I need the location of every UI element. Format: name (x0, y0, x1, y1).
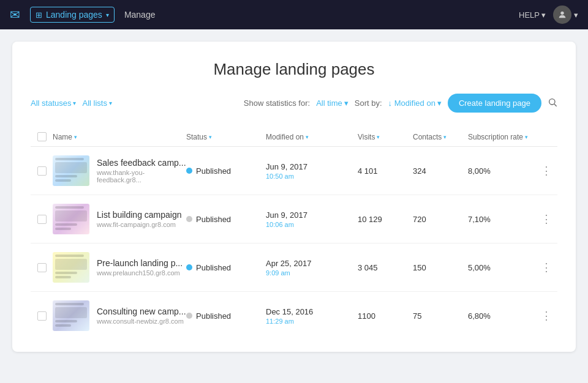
show-stats-label: Show statistics for: (244, 99, 310, 108)
topnav-right: HELP ▾ ▾ (519, 6, 578, 24)
thumbnail-1 (53, 204, 89, 234)
help-menu[interactable]: HELP ▾ (519, 10, 546, 20)
all-time-filter[interactable]: All time ▾ (316, 99, 349, 108)
table-body: Sales feedback camp... www.thank-you-fee… (31, 147, 557, 340)
avatar (553, 6, 571, 24)
name-cell-3: Consulting new camp... www.consult-newbi… (53, 300, 186, 331)
sort-by-filter[interactable]: ↓ Modified on ▾ (388, 99, 442, 108)
contacts-cell-3: 75 (413, 311, 468, 321)
subscription-rate-cell-3: 6,80% (468, 311, 535, 321)
user-menu[interactable]: ▾ (553, 6, 578, 24)
row-actions-button-0[interactable]: ⋮ (535, 164, 557, 177)
svg-point-0 (560, 12, 564, 15)
landing-pages-chevron-icon: ▾ (106, 12, 109, 18)
campaign-name-1: List building campaign (97, 210, 182, 220)
help-chevron-icon: ▾ (541, 10, 546, 20)
campaign-name-3: Consulting new camp... (97, 307, 186, 316)
status-dot-1 (186, 216, 192, 222)
subscription-rate-cell-1: 7,10% (468, 215, 535, 224)
status-sort-icon: ▾ (209, 134, 212, 140)
page-title: Manage landing pages (31, 60, 557, 79)
row-actions-button-3[interactable]: ⋮ (535, 309, 557, 322)
row-actions-button-1[interactable]: ⋮ (535, 212, 557, 226)
contacts-column-header[interactable]: Contacts ▾ (413, 133, 468, 141)
status-cell-3: Published (186, 311, 266, 321)
sort-by-label: Sort by: (355, 99, 382, 108)
thumbnail-0 (53, 155, 89, 186)
status-dot-2 (186, 264, 192, 270)
landing-pages-icon: ⊞ (36, 10, 42, 20)
name-cell-2: Pre-launch landing p... www.prelaunch150… (53, 252, 186, 283)
mail-icon: ✉ (10, 7, 20, 22)
manage-label: Manage (124, 10, 156, 20)
status-cell-0: Published (186, 166, 266, 176)
status-cell-1: Published (186, 215, 266, 224)
modified-on-column-header[interactable]: Modified on ▾ (266, 133, 358, 141)
user-chevron-icon: ▾ (574, 10, 578, 20)
campaign-url-3: www.consult-newbiz.gr8.com (97, 318, 186, 325)
status-label-2: Published (196, 263, 231, 272)
all-statuses-chevron-icon: ▾ (73, 100, 76, 106)
sort-by-chevron-icon: ▾ (437, 99, 442, 108)
table-row: Consulting new camp... www.consult-newbi… (31, 292, 557, 340)
landing-pages-nav-item[interactable]: ⊞ Landing pages ▾ (30, 7, 115, 23)
all-lists-filter[interactable]: All lists ▾ (82, 99, 111, 108)
campaign-name-0: Sales feedback camp... (97, 158, 186, 168)
row-checkbox-3[interactable] (37, 311, 47, 321)
all-statuses-filter[interactable]: All statuses ▾ (31, 99, 76, 108)
status-label-1: Published (196, 215, 231, 224)
subscription-rate-cell-0: 8,00% (468, 166, 535, 176)
date-cell-2: Apr 25, 2017 9:09 am (266, 259, 358, 277)
campaign-url-1: www.fit-campaign.gr8.com (97, 221, 182, 228)
name-sort-icon: ▾ (74, 134, 77, 140)
all-lists-chevron-icon: ▾ (109, 100, 112, 106)
table-row: List building campaign www.fit-campaign.… (31, 195, 557, 244)
row-checkbox-1[interactable] (37, 215, 47, 224)
name-cell-1: List building campaign www.fit-campaign.… (53, 204, 186, 234)
status-dot-3 (186, 313, 192, 319)
search-button[interactable] (548, 97, 557, 110)
filter-bar: All statuses ▾ All lists ▾ Show statisti… (31, 94, 557, 113)
status-cell-2: Published (186, 263, 266, 272)
status-label-3: Published (196, 311, 231, 321)
status-dot-0 (186, 168, 192, 174)
svg-point-1 (549, 99, 555, 104)
contacts-cell-0: 324 (413, 166, 468, 176)
name-cell-0: Sales feedback camp... www.thank-you-fee… (53, 155, 186, 186)
subscription-rate-column-header[interactable]: Subscription rate ▾ (468, 133, 535, 141)
table-row: Sales feedback camp... www.thank-you-fee… (31, 147, 557, 195)
modified-sort-icon: ▾ (306, 134, 309, 140)
campaign-url-2: www.prelaunch150.gr8.com (97, 269, 183, 277)
row-checkbox-0[interactable] (37, 166, 47, 176)
status-column-header[interactable]: Status ▾ (186, 133, 266, 141)
visits-cell-1: 10 129 (358, 215, 413, 224)
contacts-cell-2: 150 (413, 263, 468, 272)
row-checkbox-2[interactable] (37, 263, 47, 272)
status-label-0: Published (196, 166, 231, 176)
visits-cell-2: 3 045 (358, 263, 413, 272)
contacts-cell-1: 720 (413, 215, 468, 224)
date-cell-1: Jun 9, 2017 10:06 am (266, 210, 358, 228)
top-navigation: ✉ ⊞ Landing pages ▾ Manage HELP ▾ ▾ (0, 0, 588, 29)
campaign-name-2: Pre-launch landing p... (97, 258, 183, 268)
visits-sort-icon: ▾ (377, 134, 380, 140)
date-cell-3: Dec 15, 2016 11:29 am (266, 307, 358, 325)
campaign-url-0: www.thank-you-feedback.gr8... (97, 169, 186, 184)
table-row: Pre-launch landing p... www.prelaunch150… (31, 244, 557, 292)
select-all-checkbox[interactable] (37, 132, 47, 141)
landing-pages-table: Name ▾ Status ▾ Modified on ▾ Visits ▾ C… (31, 127, 557, 340)
date-cell-0: Jun 9, 2017 10:50 am (266, 162, 358, 180)
visits-column-header[interactable]: Visits ▾ (358, 133, 413, 141)
table-header: Name ▾ Status ▾ Modified on ▾ Visits ▾ C… (31, 127, 557, 147)
row-actions-button-2[interactable]: ⋮ (535, 261, 557, 274)
subscription-rate-cell-2: 5,00% (468, 263, 535, 272)
contacts-sort-icon: ▾ (443, 134, 447, 140)
visits-cell-0: 4 101 (358, 166, 413, 176)
subscription-sort-icon: ▾ (525, 134, 528, 140)
name-column-header[interactable]: Name ▾ (53, 133, 186, 141)
thumbnail-3 (53, 300, 89, 331)
landing-pages-label: Landing pages (46, 10, 102, 20)
thumbnail-2 (53, 252, 89, 283)
help-label: HELP (519, 10, 540, 20)
create-landing-page-button[interactable]: Create landing page (448, 94, 541, 113)
